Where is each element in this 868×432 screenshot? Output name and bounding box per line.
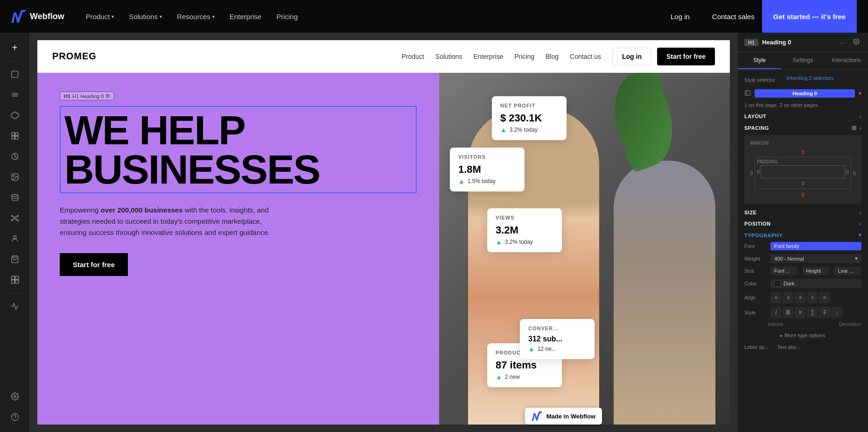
nav-link-product[interactable]: Product ▾ <box>79 9 121 24</box>
font-label: Font <box>744 243 768 249</box>
help-button[interactable] <box>6 408 24 426</box>
svg-point-12 <box>12 194 18 197</box>
components-button[interactable] <box>6 106 24 125</box>
hero-heading[interactable]: WE HELP BUSINESSES <box>60 106 417 193</box>
apps-button[interactable] <box>6 270 24 289</box>
italic-btn[interactable]: I <box>770 307 782 318</box>
nav-logo-text: Webflow <box>30 12 64 21</box>
align-justify-btn[interactable]: ≡ <box>807 292 818 303</box>
bold-btn[interactable]: B <box>783 307 794 318</box>
assets-button[interactable] <box>6 127 24 145</box>
padding-bottom-value[interactable]: 0 <box>801 180 804 186</box>
height-btn[interactable]: Height <box>802 267 829 275</box>
svg-rect-27 <box>15 280 18 283</box>
weight-select[interactable]: 400 - Normal ▾ <box>770 254 861 263</box>
margin-bottom-value[interactable]: 0 <box>801 192 804 198</box>
hero-cta-btn[interactable]: Start for free <box>60 253 128 276</box>
chevron-down-icon: ▾ <box>160 14 162 19</box>
get-started-button[interactable]: Get started — it's free <box>762 0 857 33</box>
selector-dropdown[interactable]: Heading 0 ▾ <box>744 89 861 98</box>
preview-nav-solutions[interactable]: Solutions <box>435 53 462 60</box>
layers-button[interactable] <box>6 85 24 104</box>
preview-nav-enterprise[interactable]: Enterprise <box>473 53 503 60</box>
section-size[interactable]: Size › <box>744 210 861 215</box>
up-arrow-icon: ▲ <box>458 177 465 185</box>
heading-name: H1 Heading 0 <box>72 93 104 99</box>
ecommerce-button[interactable] <box>6 250 24 269</box>
padding-right-value[interactable]: 0 <box>846 169 849 175</box>
underline-btn[interactable]: T <box>807 307 818 318</box>
font-value-box[interactable]: Font family <box>770 242 861 250</box>
nav-link-solutions[interactable]: Solutions ▾ <box>122 9 168 24</box>
align-right-btn[interactable]: ≡ <box>795 292 806 303</box>
color-swatch[interactable]: Dark <box>770 279 861 288</box>
integrations-button[interactable] <box>6 209 24 227</box>
svg-point-31 <box>855 41 857 42</box>
tab-settings[interactable]: Settings <box>781 52 825 69</box>
style-selector-row: Style selector Inheriting 2 selectors <box>744 75 861 85</box>
canvas-area: PROMEG Product Solutions Enterprise Pric… <box>30 33 737 432</box>
margin-top-value[interactable]: 0 <box>801 149 804 155</box>
login-button[interactable]: Log in <box>663 9 697 24</box>
pages-button[interactable] <box>6 65 24 84</box>
h1-tag: H1 <box>64 93 70 99</box>
cms-button[interactable] <box>6 188 24 207</box>
images-button[interactable] <box>6 168 24 186</box>
selector-layout-icon <box>744 90 751 98</box>
users-button[interactable] <box>6 229 24 248</box>
more-type-options[interactable]: ▸ More type options <box>744 331 861 340</box>
nav-logo[interactable]: Webflow <box>11 10 64 23</box>
nav-link-pricing[interactable]: Pricing <box>270 9 304 24</box>
tab-style[interactable]: Style <box>738 52 781 69</box>
nav-link-resources[interactable]: Resources ▾ <box>170 9 221 24</box>
chevron-down-icon: ▾ <box>212 14 215 19</box>
margin-left-value[interactable]: 0 <box>750 170 753 176</box>
add-button[interactable]: + <box>6 38 24 57</box>
line-btn[interactable]: Line ... <box>834 267 861 275</box>
settings-icon: ⚙ <box>105 93 110 99</box>
strikethrough-btn[interactable]: ✕ <box>795 307 806 318</box>
svg-rect-7 <box>12 136 14 139</box>
section-typography[interactable]: Typography ▾ <box>744 232 861 238</box>
heading-label[interactable]: H1 H1 Heading 0 ⚙ <box>60 92 114 100</box>
decoration-label: Decoration <box>839 322 861 327</box>
stat-visitors-value: 1.8M <box>458 163 516 176</box>
panel-settings-icon[interactable] <box>851 37 861 47</box>
analytics-button[interactable] <box>6 297 24 316</box>
chevron-right-icon: › <box>860 113 861 119</box>
nav-link-enterprise[interactable]: Enterprise <box>223 9 268 24</box>
padding-top-value[interactable]: 0 <box>757 169 760 175</box>
subscript-btn[interactable]: ↓ <box>831 307 842 318</box>
panel-more-icon[interactable]: ··· <box>838 38 847 47</box>
align-center-btn[interactable]: ≡ <box>783 292 794 303</box>
tab-interactions[interactable]: Interactions <box>825 52 868 69</box>
preview-login-btn[interactable]: Log in <box>612 48 651 65</box>
align-left-btn[interactable]: ≡ <box>770 292 782 303</box>
element-title: Heading 0 <box>762 39 834 46</box>
preview-nav-blog[interactable]: Blog <box>546 53 559 60</box>
preview-nav-contact[interactable]: Contact us <box>570 53 601 60</box>
strikeout-btn[interactable]: T <box>819 307 830 318</box>
svg-marker-4 <box>11 112 18 119</box>
style-row: Style I B ✕ T T ↓ <box>744 307 861 318</box>
align-more-btn[interactable]: ≡ <box>819 292 830 303</box>
stat-visitors-change: ▲ 1.5% today <box>458 177 516 185</box>
preview-nav-pricing[interactable]: Pricing <box>514 53 534 60</box>
selector-name: Heading 0 <box>755 89 855 98</box>
up-arrow-icon: ▲ <box>496 238 502 246</box>
colors-button[interactable] <box>6 147 24 166</box>
stat-products-value: 87 items <box>496 359 553 371</box>
svg-rect-25 <box>15 276 18 280</box>
margin-right-value[interactable]: 0 <box>853 170 856 176</box>
section-position[interactable]: Position › <box>744 221 861 227</box>
preview-cta-btn[interactable]: Start for free <box>657 48 715 65</box>
preview-nav-product[interactable]: Product <box>402 53 424 60</box>
webflow-badge[interactable]: Made in Webflow <box>525 408 602 425</box>
section-spacing[interactable]: Spacing ⊞ › <box>744 125 861 131</box>
font-size-btn[interactable]: Font ... <box>770 267 798 275</box>
section-layout[interactable]: Layout › <box>744 113 861 119</box>
contact-sales-button[interactable]: Contact sales <box>705 9 762 24</box>
size-label: Size <box>744 268 768 274</box>
settings-button[interactable] <box>6 387 24 406</box>
webflow-logo-icon <box>11 10 26 23</box>
